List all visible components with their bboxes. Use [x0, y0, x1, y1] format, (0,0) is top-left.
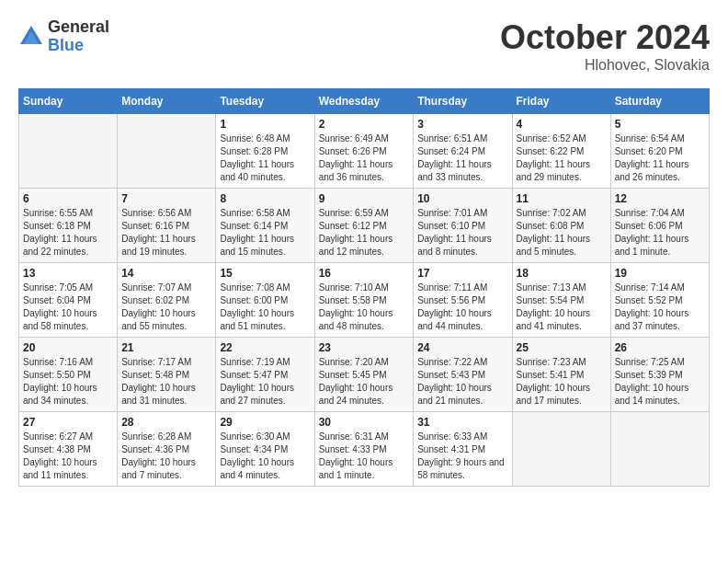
day-number: 4: [517, 118, 607, 131]
location: Hlohovec, Slovakia: [500, 57, 710, 74]
day-number: 23: [319, 341, 410, 354]
calendar-cell: 11Sunrise: 7:02 AM Sunset: 6:08 PM Dayli…: [512, 189, 610, 263]
day-info: Sunrise: 7:04 AM Sunset: 6:06 PM Dayligh…: [615, 207, 705, 259]
day-info: Sunrise: 6:51 AM Sunset: 6:24 PM Dayligh…: [417, 132, 507, 184]
day-info: Sunrise: 7:08 AM Sunset: 6:00 PM Dayligh…: [220, 282, 310, 333]
calendar-cell: 10Sunrise: 7:01 AM Sunset: 6:10 PM Dayli…: [414, 189, 512, 263]
calendar-cell: 24Sunrise: 7:22 AM Sunset: 5:43 PM Dayli…: [414, 338, 512, 412]
calendar-cell: 28Sunrise: 6:28 AM Sunset: 4:36 PM Dayli…: [118, 412, 216, 487]
calendar-day-header: Wednesday: [314, 89, 414, 114]
day-info: Sunrise: 7:16 AM Sunset: 5:50 PM Dayligh…: [23, 356, 113, 408]
calendar-cell: 17Sunrise: 7:11 AM Sunset: 5:56 PM Dayli…: [414, 263, 512, 338]
calendar-cell: 7Sunrise: 6:56 AM Sunset: 6:16 PM Daylig…: [118, 189, 216, 263]
calendar-cell: 13Sunrise: 7:05 AM Sunset: 6:04 PM Dayli…: [19, 263, 118, 338]
calendar-cell: 19Sunrise: 7:14 AM Sunset: 5:52 PM Dayli…: [610, 263, 709, 338]
calendar-cell: 18Sunrise: 7:13 AM Sunset: 5:54 PM Dayli…: [512, 263, 610, 338]
day-number: 30: [319, 416, 410, 429]
calendar-week-row: 1Sunrise: 6:48 AM Sunset: 6:28 PM Daylig…: [19, 114, 710, 189]
day-info: Sunrise: 6:30 AM Sunset: 4:34 PM Dayligh…: [220, 431, 310, 482]
day-number: 28: [121, 416, 211, 429]
calendar-cell: 8Sunrise: 6:58 AM Sunset: 6:14 PM Daylig…: [216, 189, 314, 263]
day-number: 8: [220, 192, 310, 205]
calendar-cell: 5Sunrise: 6:54 AM Sunset: 6:20 PM Daylig…: [610, 114, 709, 189]
day-number: 17: [417, 267, 507, 280]
day-number: 15: [220, 267, 310, 280]
calendar-cell: 23Sunrise: 7:20 AM Sunset: 5:45 PM Dayli…: [314, 338, 414, 412]
day-info: Sunrise: 6:31 AM Sunset: 4:33 PM Dayligh…: [319, 431, 410, 482]
day-number: 26: [615, 341, 705, 354]
logo-general-text: General: [48, 18, 109, 37]
page-header: General Blue October 2024 Hlohovec, Slov…: [18, 18, 710, 74]
calendar-day-header: Friday: [512, 89, 610, 114]
logo-blue-text: Blue: [48, 37, 109, 55]
calendar-cell: 27Sunrise: 6:27 AM Sunset: 4:38 PM Dayli…: [19, 412, 118, 487]
calendar-cell: 26Sunrise: 7:25 AM Sunset: 5:39 PM Dayli…: [610, 338, 709, 412]
day-number: 29: [220, 416, 310, 429]
logo-icon: [18, 24, 44, 50]
day-info: Sunrise: 6:59 AM Sunset: 6:12 PM Dayligh…: [319, 207, 410, 259]
logo-text: General Blue: [48, 18, 109, 55]
day-number: 24: [417, 341, 507, 354]
day-number: 9: [319, 192, 410, 205]
calendar-cell: [118, 114, 216, 189]
calendar-day-header: Thursday: [414, 89, 512, 114]
calendar-cell: 30Sunrise: 6:31 AM Sunset: 4:33 PM Dayli…: [314, 412, 414, 487]
month-title: October 2024: [500, 18, 710, 57]
calendar-cell: 29Sunrise: 6:30 AM Sunset: 4:34 PM Dayli…: [216, 412, 314, 487]
day-number: 1: [220, 118, 310, 131]
day-info: Sunrise: 6:28 AM Sunset: 4:36 PM Dayligh…: [121, 431, 211, 482]
day-number: 12: [615, 192, 705, 205]
calendar-cell: 3Sunrise: 6:51 AM Sunset: 6:24 PM Daylig…: [414, 114, 512, 189]
calendar-cell: 21Sunrise: 7:17 AM Sunset: 5:48 PM Dayli…: [118, 338, 216, 412]
calendar-cell: [19, 114, 118, 189]
day-info: Sunrise: 7:05 AM Sunset: 6:04 PM Dayligh…: [23, 282, 113, 333]
day-info: Sunrise: 6:54 AM Sunset: 6:20 PM Dayligh…: [615, 132, 705, 184]
day-number: 3: [417, 118, 507, 131]
day-info: Sunrise: 7:14 AM Sunset: 5:52 PM Dayligh…: [615, 282, 705, 333]
calendar-cell: 2Sunrise: 6:49 AM Sunset: 6:26 PM Daylig…: [314, 114, 414, 189]
calendar-week-row: 27Sunrise: 6:27 AM Sunset: 4:38 PM Dayli…: [19, 412, 710, 487]
calendar-week-row: 6Sunrise: 6:55 AM Sunset: 6:18 PM Daylig…: [19, 189, 710, 263]
day-info: Sunrise: 7:01 AM Sunset: 6:10 PM Dayligh…: [417, 207, 507, 259]
calendar-day-header: Sunday: [19, 89, 118, 114]
day-info: Sunrise: 6:58 AM Sunset: 6:14 PM Dayligh…: [220, 207, 310, 259]
calendar-day-header: Tuesday: [216, 89, 314, 114]
calendar-cell: 20Sunrise: 7:16 AM Sunset: 5:50 PM Dayli…: [19, 338, 118, 412]
day-info: Sunrise: 6:49 AM Sunset: 6:26 PM Dayligh…: [319, 132, 410, 184]
day-info: Sunrise: 7:02 AM Sunset: 6:08 PM Dayligh…: [517, 207, 607, 259]
calendar-header-row: SundayMondayTuesdayWednesdayThursdayFrid…: [19, 89, 710, 114]
day-info: Sunrise: 6:56 AM Sunset: 6:16 PM Dayligh…: [121, 207, 211, 259]
title-block: October 2024 Hlohovec, Slovakia: [500, 18, 710, 74]
calendar-week-row: 20Sunrise: 7:16 AM Sunset: 5:50 PM Dayli…: [19, 338, 710, 412]
day-info: Sunrise: 7:22 AM Sunset: 5:43 PM Dayligh…: [417, 356, 507, 408]
day-info: Sunrise: 7:20 AM Sunset: 5:45 PM Dayligh…: [319, 356, 410, 408]
day-number: 11: [517, 192, 607, 205]
day-info: Sunrise: 7:17 AM Sunset: 5:48 PM Dayligh…: [121, 356, 211, 408]
calendar-cell: 9Sunrise: 6:59 AM Sunset: 6:12 PM Daylig…: [314, 189, 414, 263]
calendar-cell: [610, 412, 709, 487]
calendar-cell: [512, 412, 610, 487]
calendar-day-header: Monday: [118, 89, 216, 114]
day-number: 16: [319, 267, 410, 280]
calendar-cell: 22Sunrise: 7:19 AM Sunset: 5:47 PM Dayli…: [216, 338, 314, 412]
day-number: 7: [121, 192, 211, 205]
day-info: Sunrise: 6:33 AM Sunset: 4:31 PM Dayligh…: [417, 431, 507, 482]
day-info: Sunrise: 7:10 AM Sunset: 5:58 PM Dayligh…: [319, 282, 410, 333]
calendar-cell: 25Sunrise: 7:23 AM Sunset: 5:41 PM Dayli…: [512, 338, 610, 412]
calendar-cell: 6Sunrise: 6:55 AM Sunset: 6:18 PM Daylig…: [19, 189, 118, 263]
day-number: 13: [23, 267, 113, 280]
day-number: 19: [615, 267, 705, 280]
day-info: Sunrise: 6:48 AM Sunset: 6:28 PM Dayligh…: [220, 132, 310, 184]
calendar-cell: 12Sunrise: 7:04 AM Sunset: 6:06 PM Dayli…: [610, 189, 709, 263]
day-number: 6: [23, 192, 113, 205]
day-number: 2: [319, 118, 410, 131]
calendar-day-header: Saturday: [610, 89, 709, 114]
day-number: 14: [121, 267, 211, 280]
day-info: Sunrise: 7:23 AM Sunset: 5:41 PM Dayligh…: [517, 356, 607, 408]
day-number: 5: [615, 118, 705, 131]
day-number: 21: [121, 341, 211, 354]
day-info: Sunrise: 6:27 AM Sunset: 4:38 PM Dayligh…: [23, 431, 113, 482]
day-number: 31: [417, 416, 507, 429]
day-info: Sunrise: 7:19 AM Sunset: 5:47 PM Dayligh…: [220, 356, 310, 408]
calendar-table: SundayMondayTuesdayWednesdayThursdayFrid…: [18, 88, 710, 487]
